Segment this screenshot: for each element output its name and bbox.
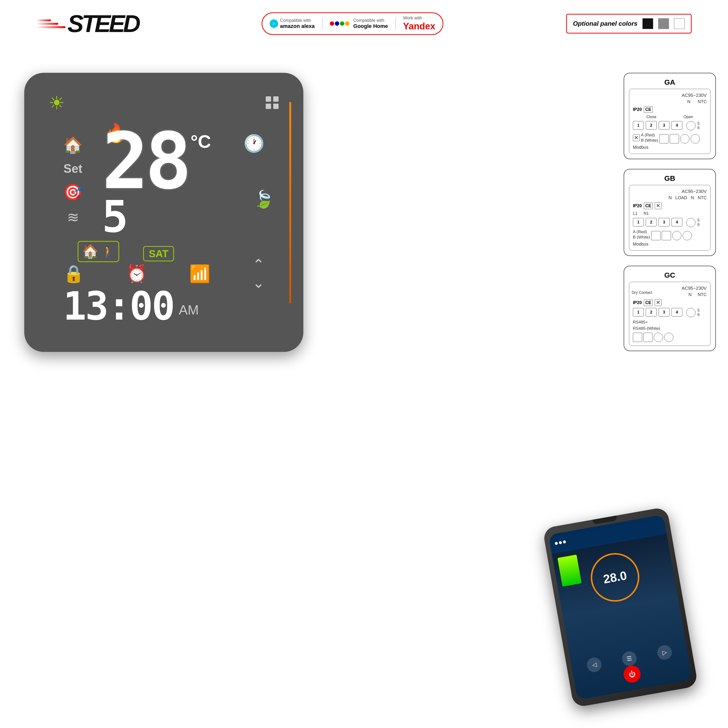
clock-icon-bottom[interactable]: ⏰ — [126, 264, 147, 284]
gc-ip-badge: IP20 — [633, 300, 642, 305]
brand-logo: STEED — [37, 10, 139, 38]
gb-terminal-3: 3 — [659, 218, 670, 226]
sat-badge: SAT — [143, 248, 174, 260]
google-icon — [330, 21, 349, 26]
ga-inner: AC95~230V N NTC IP20 CE Close Open 1 2 3… — [629, 89, 711, 154]
gb-n1-label: N1 — [644, 211, 649, 216]
thermostat-body: ☀ 🔥 🏠 Set 🎯 ≋ — [24, 73, 303, 352]
gc-ntc-5: 5 — [697, 308, 700, 312]
lock-icon[interactable]: 🔒 — [63, 264, 84, 284]
phone-ctrl-2[interactable]: ☰ — [621, 650, 638, 667]
gc-inner: AC95~230V N NTC Dry Contact IP20 CE ✕ 1 … — [629, 282, 711, 346]
arrow-up-icon[interactable]: ⌃ — [252, 256, 265, 273]
wifi-icon[interactable]: 📶 — [189, 264, 210, 284]
wiring-gb: GB AC95~230V N LOAD N NTC IP20 CE ✕ L1 N… — [624, 169, 716, 256]
gb-load-label: LOAD — [675, 195, 687, 200]
ga-close-label: Close — [647, 115, 656, 119]
ga-terminal-3: 3 — [659, 121, 670, 130]
gc-rs485-plus: RS485+ — [633, 319, 707, 326]
grid-icon[interactable] — [266, 96, 279, 110]
gc-pin-2 — [643, 333, 653, 342]
gb-ntc-6: 6 — [697, 223, 700, 227]
ga-title: GA — [629, 78, 711, 86]
ga-open-label: Open — [684, 115, 693, 119]
gc-round-1 — [654, 333, 663, 342]
wiring-section: GA AC95~230V N NTC IP20 CE Close Open 1 … — [624, 73, 716, 351]
ga-ntc-label: NTC — [698, 99, 707, 104]
gc-round-2 — [664, 333, 673, 342]
wiring-ga: GA AC95~230V N NTC IP20 CE Close Open 1 … — [624, 73, 716, 159]
phone-ctrl-1[interactable]: ◁ — [586, 656, 603, 673]
gc-ntc-terminals: 5 6 — [686, 308, 700, 317]
ga-pin-1 — [659, 134, 668, 144]
ga-ntc-conn-1 — [686, 121, 696, 130]
house-icon[interactable]: 🏠 — [63, 136, 83, 154]
divider-2 — [395, 18, 396, 30]
logo-area: STEED — [37, 10, 139, 38]
sun-icon[interactable]: ☀ — [49, 92, 65, 113]
schedule-icon[interactable]: 🏠 🚶 — [78, 241, 119, 262]
clock-period: AM — [179, 302, 199, 318]
gc-ntc-conn — [686, 308, 696, 317]
white-swatch — [674, 18, 685, 29]
divider-1 — [322, 18, 323, 30]
ga-terminals: 1 2 3 4 5 6 — [633, 121, 707, 130]
gb-n2-label: N — [691, 195, 694, 200]
speed-line-2 — [37, 23, 58, 25]
heat-waves-icon[interactable]: ≋ — [67, 209, 79, 226]
gb-terminal-2: 2 — [646, 218, 657, 226]
ga-badge-row: IP20 CE — [633, 106, 707, 113]
ga-ce-badge: CE — [644, 106, 653, 113]
brand-name: STEED — [67, 10, 139, 38]
gb-modbus: Modbus — [633, 242, 707, 247]
ga-terminal-4: 4 — [671, 121, 682, 130]
phone-screen: 28.0 ◁ ☰ ▷ ⏻ — [548, 515, 692, 700]
gc-terminal-3: 3 — [659, 308, 670, 317]
gb-l1n1-labels: L1 N1 — [633, 211, 707, 216]
black-swatch — [642, 18, 653, 29]
gc-ntc-6: 6 — [697, 312, 700, 317]
gb-ntc-5: 5 — [697, 218, 700, 223]
clock-display: 13:00 AM — [63, 283, 199, 329]
speed-line-1 — [37, 20, 51, 21]
gray-swatch — [658, 18, 669, 29]
phone-power-button[interactable]: ⏻ — [622, 664, 642, 684]
gb-x-icon: ✕ — [655, 202, 662, 209]
leaf-icon[interactable]: 🍃 — [253, 189, 274, 209]
dry-contact-label: Dry Contact — [632, 291, 652, 295]
panel-colors: Optional panel colors — [566, 14, 691, 34]
gc-subtitle: AC95~230V — [633, 286, 707, 291]
gc-n-label: N — [688, 292, 691, 297]
clock-time: 13:00 — [63, 283, 174, 329]
phone-ctrl-3[interactable]: ▷ — [656, 644, 673, 661]
ga-pin-2 — [670, 134, 679, 144]
ga-terminal-2: 2 — [646, 121, 657, 130]
phone-dot-2 — [558, 541, 562, 544]
ga-close-open: Close Open — [633, 115, 707, 119]
wiring-gc: GC AC95~230V N NTC Dry Contact IP20 CE ✕… — [624, 266, 716, 351]
arrow-down-icon[interactable]: ⌄ — [252, 274, 265, 291]
phone-dot-3 — [563, 540, 566, 544]
header: STEED ○ Compatible with amazon alexa Com… — [37, 10, 691, 38]
gb-a-label: A (Red) — [633, 229, 650, 235]
set-label: Set — [64, 162, 83, 176]
left-icons: 🏠 Set 🎯 ≋ — [63, 136, 83, 226]
ga-round-2 — [691, 134, 700, 144]
clock-icon-right[interactable]: 🕐 — [243, 133, 265, 153]
compatibility-bar: ○ Compatible with amazon alexa Compatibl… — [262, 12, 444, 35]
dial-icon[interactable]: 🎯 — [63, 183, 83, 202]
gc-badge-row: IP20 CE ✕ — [633, 299, 707, 306]
alexa-icon: ○ — [269, 20, 278, 28]
gb-badge-row: IP20 CE ✕ — [633, 202, 707, 209]
gb-terminals: 1 2 3 4 5 6 — [633, 218, 707, 227]
phone-status-dots — [555, 540, 566, 545]
gb-pin-1 — [651, 231, 661, 240]
gc-rs485-minus: RS485-(White) — [633, 326, 707, 332]
ga-ab-labels: A (Red) B (White) — [641, 133, 658, 143]
gb-round-2 — [683, 231, 692, 240]
gc-ntc-label: NTC — [698, 292, 707, 297]
ga-ntc-num-5: 5 — [697, 121, 700, 126]
gb-round-1 — [672, 231, 681, 240]
temperature-integer: 28 — [102, 126, 188, 196]
gb-terminal-1: 1 — [633, 218, 644, 226]
